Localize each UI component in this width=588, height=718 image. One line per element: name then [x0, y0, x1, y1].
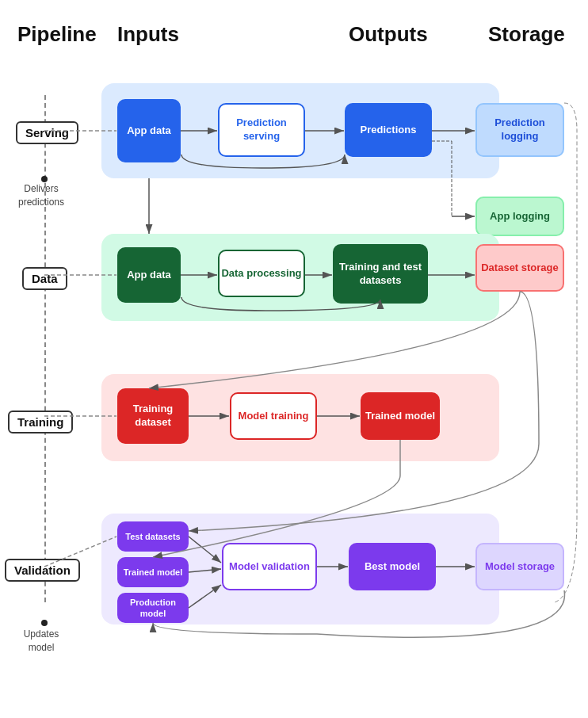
model-validation: Model validation — [222, 543, 317, 590]
validation-production-model: Production model — [117, 593, 189, 623]
validation-test-datasets: Test datasets — [117, 521, 189, 552]
pipeline-label-training: Training — [8, 411, 73, 433]
pipeline-label-validation: Validation — [5, 559, 80, 582]
serving-predictions: Predictions — [345, 103, 432, 157]
header-inputs: Inputs — [117, 22, 179, 47]
pipeline-label-serving: Serving — [16, 121, 78, 144]
header-storage: Storage — [488, 22, 565, 47]
serving-prediction-serving: Prediction serving — [218, 103, 305, 157]
serving-app-data: App data — [117, 99, 181, 162]
pipeline-line — [44, 95, 46, 602]
header-pipeline: Pipeline — [17, 22, 97, 47]
diagram-container: Pipeline Inputs Outputs Storage Delivers… — [0, 0, 588, 718]
dot-updates — [41, 620, 48, 626]
best-model: Best model — [349, 543, 436, 590]
data-app-logging: App logging — [475, 197, 564, 236]
header-outputs: Outputs — [349, 22, 428, 47]
pipeline-label-data: Data — [22, 267, 67, 290]
updates-model-label: Updatesmodel — [10, 628, 73, 655]
delivers-predictions-label: Deliverspredictions — [10, 182, 73, 209]
training-trained-model: Trained model — [361, 392, 440, 440]
model-storage: Model storage — [475, 543, 564, 590]
data-dataset-storage: Dataset storage — [475, 244, 564, 292]
serving-prediction-logging: Prediction logging — [475, 103, 564, 157]
data-processing: Data processing — [218, 250, 305, 297]
dot-delivers — [41, 176, 48, 182]
model-training: Model training — [230, 392, 317, 440]
data-app-data: App data — [117, 247, 181, 303]
training-dataset: Training dataset — [117, 388, 189, 444]
validation-trained-model: Trained model — [117, 557, 189, 587]
data-training-datasets: Training and test datasets — [333, 244, 428, 304]
